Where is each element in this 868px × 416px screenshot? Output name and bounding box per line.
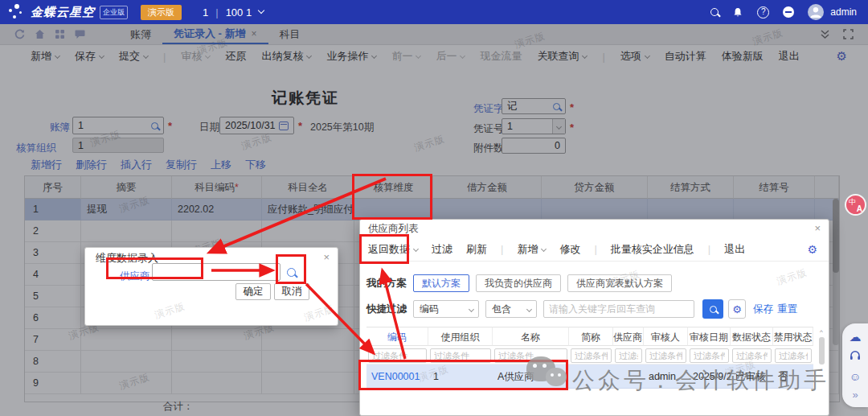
- refresh-button[interactable]: 刷新: [466, 242, 487, 257]
- brand-title: 金蝶云星空: [31, 5, 95, 20]
- supplier-label: 供应商: [120, 270, 150, 283]
- filter-input[interactable]: [494, 348, 567, 363]
- filter-input[interactable]: [430, 348, 491, 363]
- filter-operator-select[interactable]: 包含: [485, 300, 537, 318]
- supplier-lookup-button[interactable]: [280, 263, 301, 281]
- assist-side-panel: ☁ ☺ »: [842, 323, 868, 407]
- org-account-switcher[interactable]: 1 | 100 1: [203, 6, 264, 19]
- popup-close-icon[interactable]: ×: [814, 222, 821, 234]
- supplier-row[interactable]: VEN00001 1 A供应商 admin 2025/9/26 已审核 否: [366, 365, 813, 389]
- filter-input[interactable]: [368, 348, 427, 363]
- supplier-field[interactable]: [152, 263, 280, 281]
- reset-link[interactable]: 重置: [777, 303, 797, 316]
- popup-scrollbar[interactable]: ^: [818, 328, 825, 409]
- filter-settings-button[interactable]: ⚙: [728, 299, 746, 319]
- scheme-default-button[interactable]: 默认方案: [413, 274, 469, 292]
- col-forbid-status[interactable]: 禁用状态: [773, 327, 813, 346]
- search-icon[interactable]: [710, 8, 719, 16]
- scroll-up-icon[interactable]: ^: [820, 328, 823, 336]
- toolbar-separator: |: [501, 243, 503, 255]
- topbar-actions: ? admin: [710, 4, 857, 20]
- ok-button[interactable]: 确定: [235, 283, 271, 300]
- scheme-row: 我的方案 默认方案 我负责的供应商 供应商宽表默认方案: [360, 273, 830, 294]
- supplier-table: 编码 使用组织 名称 简称 供应商... 审核人 审核日期 数据状态 禁用状态: [366, 327, 813, 389]
- return-data-button[interactable]: 返回数据: [368, 242, 418, 257]
- account-number: 100 1: [226, 6, 252, 19]
- col-auditor[interactable]: 审核人: [644, 327, 688, 346]
- feedback-smiley-icon[interactable]: ☺: [850, 371, 861, 382]
- headset-icon[interactable]: [850, 350, 861, 363]
- quick-filter-row: 快捷过滤 编码 包含 ⚙ 保存 重置: [360, 299, 830, 319]
- supplier-filter-row: [366, 346, 813, 365]
- username-label[interactable]: admin: [830, 6, 857, 18]
- popup-toolbar: 返回数据 过滤 刷新 | 新增 修改 | 批量核实企业信息 | 退出 ⚙: [360, 237, 829, 262]
- supplier-code-link[interactable]: VEN00001: [366, 365, 428, 389]
- demo-version-badge: 演示版: [141, 5, 182, 20]
- popup-exit-button[interactable]: 退出: [724, 242, 745, 257]
- dialog-close-icon[interactable]: ×: [323, 251, 330, 263]
- popup-title: 供应商列表: [360, 220, 829, 237]
- col-short-name[interactable]: 简称: [569, 327, 613, 346]
- modify-button[interactable]: 修改: [559, 242, 580, 257]
- keyword-input[interactable]: [543, 300, 694, 318]
- filter-button[interactable]: 过滤: [432, 242, 452, 257]
- filter-input[interactable]: [571, 348, 612, 363]
- col-audit-date[interactable]: 审核日期: [688, 327, 731, 346]
- avatar[interactable]: [808, 4, 824, 20]
- filter-input[interactable]: [732, 348, 772, 363]
- org-number: 1: [203, 6, 208, 19]
- scheme-wide-table-button[interactable]: 供应商宽表默认方案: [567, 274, 672, 292]
- app-screen: 金蝶云星空 企业版 演示版 1 | 100 1 ? admin: [0, 0, 868, 416]
- filter-input[interactable]: [775, 348, 812, 363]
- col-supplier[interactable]: 供应商...: [613, 327, 644, 346]
- supplier-input[interactable]: [153, 264, 280, 280]
- col-use-org[interactable]: 使用组织: [428, 327, 493, 346]
- expand-more-icon[interactable]: »: [852, 389, 858, 400]
- popup-new-button[interactable]: 新增: [517, 242, 546, 257]
- filter-input[interactable]: [615, 348, 642, 363]
- popup-settings-gear-icon[interactable]: ⚙: [807, 243, 817, 256]
- filter-input[interactable]: [645, 348, 686, 363]
- kingdee-logo-icon: [6, 2, 27, 22]
- top-header-bar: 金蝶云星空 企业版 演示版 1 | 100 1 ? admin: [0, 0, 868, 24]
- magnifier-icon: [710, 306, 717, 313]
- col-code[interactable]: 编码: [366, 327, 428, 346]
- caret-down-icon: [541, 245, 547, 251]
- filter-input[interactable]: [690, 348, 729, 363]
- batch-verify-button[interactable]: 批量核实企业信息: [611, 242, 694, 257]
- magnifier-icon: [287, 268, 296, 277]
- filter-field-select[interactable]: 编码: [413, 300, 479, 318]
- scheme-label: 我的方案: [366, 277, 407, 290]
- org-divider: |: [215, 6, 218, 19]
- cancel-button[interactable]: 取消: [274, 283, 309, 300]
- edition-badge: 企业版: [100, 6, 128, 19]
- supplier-table-header: 编码 使用组织 名称 简称 供应商... 审核人 审核日期 数据状态 禁用状态: [366, 327, 813, 346]
- caret-down-icon: [526, 306, 532, 311]
- translate-icon[interactable]: 中 A: [845, 194, 866, 216]
- help-icon[interactable]: ?: [757, 6, 769, 19]
- bell-icon[interactable]: [732, 7, 743, 18]
- quick-filter-label: 快捷过滤: [366, 303, 407, 316]
- scheme-my-suppliers-button[interactable]: 我负责的供应商: [476, 274, 561, 292]
- col-data-status[interactable]: 数据状态: [731, 327, 773, 346]
- caret-down-icon: [413, 245, 419, 251]
- caret-down-icon: [469, 306, 474, 311]
- dimension-entry-dialog: 维度数据录入 × 供应商 确定 取消: [84, 247, 338, 326]
- chevron-down-icon: [258, 7, 264, 14]
- save-link[interactable]: 保存: [753, 303, 773, 316]
- search-button[interactable]: [702, 299, 723, 319]
- toolbar-separator: |: [594, 243, 596, 255]
- cloud-icon[interactable]: ☁: [850, 331, 862, 343]
- col-name[interactable]: 名称: [493, 327, 569, 346]
- supplier-list-popup: 供应商列表 × 返回数据 过滤 刷新 | 新增 修改 | 批量核实企业信息 | …: [359, 219, 829, 416]
- toolbar-separator: |: [708, 243, 710, 255]
- do-not-disturb-icon[interactable]: [783, 6, 794, 18]
